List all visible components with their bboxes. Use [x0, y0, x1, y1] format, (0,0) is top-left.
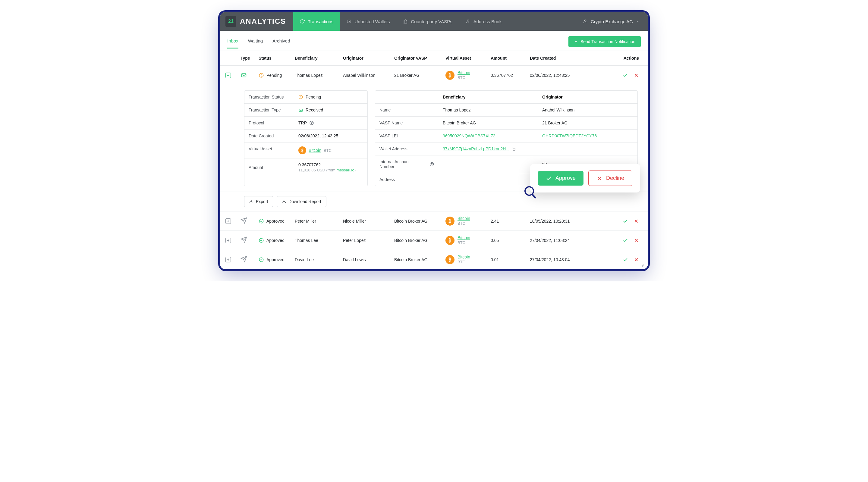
nav-address-book[interactable]: Address Book [459, 12, 508, 31]
export-button[interactable]: Export [244, 196, 273, 207]
decline-icon[interactable] [633, 218, 639, 224]
svg-line-33 [532, 194, 535, 198]
date-cell: 18/05/2022, 10:28:31 [530, 219, 590, 224]
copy-icon[interactable] [511, 147, 516, 151]
info-icon[interactable]: ? [430, 162, 434, 167]
rh-originator: Originator [538, 91, 638, 103]
account-name: Crypto Exchange AG [591, 19, 633, 24]
rv-ben-vasp: Bitcoin Broker AG [438, 117, 538, 129]
tab-waiting[interactable]: Waiting [248, 38, 263, 49]
svg-point-14 [301, 98, 301, 98]
rl-vasp: VASP Name [375, 117, 438, 129]
svg-point-24 [259, 238, 264, 243]
decline-icon[interactable] [633, 238, 639, 243]
asset-link[interactable]: Bitcoin [458, 216, 470, 221]
decline-icon[interactable] [633, 73, 639, 78]
send-notification-button[interactable]: Send Transaction Notification [568, 36, 641, 47]
dv-protocol: TRP [299, 121, 307, 125]
send-btn-label: Send Transaction Notification [581, 39, 635, 44]
account-menu[interactable]: Crypto Exchange AG [575, 12, 648, 31]
originator-cell: David Lewis [343, 257, 394, 262]
beneficiary-cell: Peter Miller [295, 219, 343, 224]
topbar: 21 ANALYTICS Transactions Unhosted Walle… [220, 12, 648, 31]
originator-cell: Nicole Miller [343, 219, 394, 224]
col-type: Type [241, 56, 258, 61]
status-text: Approved [267, 219, 284, 224]
vasp-cell: Bitcoin Broker AG [394, 219, 445, 224]
originator-cell: Anabel Wilkinson [343, 73, 394, 78]
logo-badge: 21 [225, 16, 236, 27]
date-cell: 27/04/2022, 10:43:04 [530, 257, 590, 262]
col-amount: Amount [491, 56, 530, 61]
dl-amount: Amount [244, 158, 294, 176]
detail-actions: Export Download Report [220, 192, 648, 212]
decline-icon[interactable] [633, 257, 639, 262]
bitcoin-icon: ₿ [445, 236, 455, 245]
approve-icon[interactable] [623, 238, 628, 243]
rv-org-lei[interactable]: OHRD00TW7IQEDT2YCY76 [542, 133, 597, 138]
dv-asset[interactable]: Bitcoin [309, 148, 321, 153]
approve-icon[interactable] [623, 218, 628, 224]
rv-ben-lei[interactable]: 96950029NQWACBS7XL72 [443, 133, 495, 138]
footer-number: 9 [642, 263, 644, 267]
dl-type: Transaction Type [244, 104, 294, 116]
amount-cell: 0.01 [491, 257, 530, 262]
nav-transactions-label: Transactions [308, 19, 333, 24]
asset-link[interactable]: Bitcoin [458, 235, 470, 240]
decline-button[interactable]: Decline [588, 170, 632, 186]
asset-symbol: BTC [458, 221, 470, 226]
approve-icon[interactable] [623, 73, 628, 78]
messari-link[interactable]: messari.io [336, 168, 354, 172]
user-icon [466, 19, 470, 24]
rv-org-wallet [538, 142, 638, 155]
col-actions: Actions [590, 56, 643, 61]
approve-button[interactable]: Approve [538, 171, 584, 186]
transactions-table: Type Status Beneficiary Originator Origi… [220, 51, 648, 269]
amount-cell: 0.05 [491, 238, 530, 243]
svg-point-2 [467, 20, 469, 22]
dl-date: Date Created [244, 130, 294, 142]
dl-asset: Virtual Asset [244, 142, 294, 158]
export-label: Export [256, 199, 268, 204]
col-vasp: Originator VASP [394, 56, 445, 61]
nav-transactions[interactable]: Transactions [293, 12, 340, 31]
nav-unhosted-label: Unhosted Wallets [354, 19, 390, 24]
nav-counterparty-label: Counterparty VASPs [411, 19, 452, 24]
asset-link[interactable]: Bitcoin [458, 254, 470, 260]
pending-icon [258, 73, 264, 78]
collapse-toggle[interactable]: − [225, 73, 231, 78]
expand-toggle[interactable]: + [225, 238, 231, 243]
approved-icon [258, 218, 264, 224]
wallet-icon [347, 19, 351, 24]
dv-asset-sym: BTC [324, 148, 332, 153]
download-report-button[interactable]: Download Report [277, 196, 326, 207]
tab-inbox[interactable]: Inbox [227, 38, 239, 49]
asset-symbol: BTC [458, 260, 470, 265]
dv-type: Received [306, 107, 323, 113]
col-asset: Virtual Asset [445, 56, 491, 61]
beneficiary-cell: David Lee [295, 257, 343, 262]
main-nav: Transactions Unhosted Wallets Counterpar… [293, 12, 508, 31]
date-cell: 27/04/2022, 11:08:24 [530, 238, 590, 243]
table-row: + Approved Thomas Lee Peter Lopez Bitcoi… [220, 231, 648, 250]
rv-org-vasp: 21 Broker AG [538, 117, 638, 129]
expand-toggle[interactable]: + [225, 257, 231, 262]
vasp-cell: Bitcoin Broker AG [394, 257, 445, 262]
approve-icon[interactable] [623, 257, 628, 262]
expand-toggle[interactable]: + [225, 218, 231, 224]
decline-label: Decline [606, 175, 624, 181]
rv-ben-name: Thomas Lopez [438, 104, 538, 116]
rv-ben-wallet[interactable]: 37xM9G7j14znPuhzLpPD1knu2H... [443, 147, 509, 151]
amount-cell: 2.41 [491, 219, 530, 224]
rl-name: Name [375, 104, 438, 116]
tab-archived[interactable]: Archived [273, 38, 290, 49]
nav-unhosted[interactable]: Unhosted Wallets [340, 12, 396, 31]
info-icon[interactable]: ? [309, 121, 314, 125]
table-row: + Approved Peter Miller Nicole Miller Bi… [220, 212, 648, 231]
sent-icon [241, 236, 247, 243]
logo-text: ANALYTICS [240, 17, 286, 26]
dv-date: 02/06/2022, 12:43:25 [294, 130, 367, 142]
asset-link[interactable]: Bitcoin [458, 70, 470, 75]
nav-counterparty[interactable]: Counterparty VASPs [396, 12, 459, 31]
check-icon [546, 175, 552, 181]
